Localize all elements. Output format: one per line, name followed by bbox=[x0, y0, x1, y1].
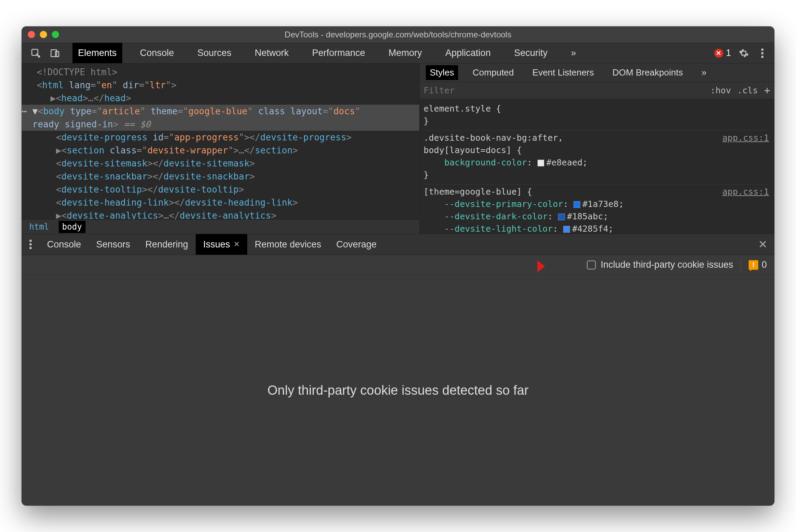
hov-toggle[interactable]: :hov bbox=[710, 85, 731, 95]
issues-empty-message: Only third-party cookie issues detected … bbox=[268, 383, 528, 398]
device-toggle-icon[interactable] bbox=[49, 47, 61, 59]
issues-toolbar: Include third-party cookie issues ! 0 bbox=[22, 255, 774, 275]
main-split: <!DOCTYPE html> <html lang="en" dir="ltr… bbox=[22, 63, 774, 234]
dom-child-section[interactable]: ▶<section class="devsite-wrapper">…</sec… bbox=[29, 144, 419, 157]
issues-body: Only third-party cookie issues detected … bbox=[22, 275, 774, 506]
stab-event-listeners[interactable]: Event Listeners bbox=[528, 65, 598, 80]
cls-toggle[interactable]: .cls bbox=[737, 85, 758, 95]
svg-point-3 bbox=[761, 48, 764, 51]
error-count: 1 bbox=[726, 48, 731, 58]
color-swatch-icon bbox=[537, 160, 544, 166]
dom-child-tooltip[interactable]: <devsite-tooltip></devsite-tooltip> bbox=[29, 183, 419, 196]
color-swatch-icon bbox=[573, 201, 580, 208]
svg-point-4 bbox=[761, 52, 764, 54]
drawer-menu-icon[interactable] bbox=[22, 240, 39, 249]
close-tab-icon[interactable]: ✕ bbox=[234, 240, 240, 249]
elements-panel: <!DOCTYPE html> <html lang="en" dir="ltr… bbox=[22, 63, 419, 234]
stab-styles[interactable]: Styles bbox=[426, 65, 458, 80]
macos-titlebar: DevTools - developers.google.com/web/too… bbox=[22, 26, 774, 43]
close-drawer-icon[interactable]: ✕ bbox=[751, 238, 774, 251]
drawer-tab-console[interactable]: Console bbox=[39, 234, 89, 255]
tab-memory[interactable]: Memory bbox=[383, 43, 428, 63]
tab-application[interactable]: Application bbox=[440, 43, 496, 63]
styles-panel: Styles Computed Event Listeners DOM Brea… bbox=[419, 63, 774, 234]
separator bbox=[741, 259, 741, 270]
warning-speech-icon: ! bbox=[749, 260, 758, 270]
dom-child-analytics[interactable]: ▶<devsite-analytics>…</devsite-analytics… bbox=[29, 209, 419, 219]
stab-computed[interactable]: Computed bbox=[468, 65, 518, 80]
new-rule-plus-icon[interactable]: + bbox=[764, 84, 770, 96]
tab-sources[interactable]: Sources bbox=[192, 43, 237, 63]
window-title: DevTools - developers.google.com/web/too… bbox=[22, 30, 774, 39]
devtools-window: DevTools - developers.google.com/web/too… bbox=[22, 26, 774, 506]
rule-body-layout[interactable]: app.css:1 .devsite-book-nav-bg:after,bod… bbox=[424, 130, 770, 184]
error-badge[interactable]: ✕ 1 bbox=[714, 48, 731, 58]
topbar-right: ✕ 1 bbox=[708, 47, 774, 59]
drawer-tab-issues-label: Issues bbox=[203, 239, 230, 250]
devtools-topbar: Elements Console Sources Network Perform… bbox=[22, 43, 774, 63]
styles-filter-bar: :hov .cls + bbox=[420, 82, 774, 99]
drawer-tab-remote-devices[interactable]: Remote devices bbox=[247, 234, 329, 255]
rule-source-link[interactable]: app.css:1 bbox=[723, 132, 769, 144]
settings-gear-icon[interactable] bbox=[738, 47, 750, 59]
issues-count: 0 bbox=[762, 259, 767, 270]
color-swatch-icon bbox=[563, 226, 570, 233]
tab-overflow[interactable]: » bbox=[565, 43, 581, 63]
drawer-tab-coverage[interactable]: Coverage bbox=[329, 234, 384, 255]
breadcrumb-body[interactable]: body bbox=[59, 221, 86, 233]
drawer-tab-issues[interactable]: Issues ✕ bbox=[196, 234, 247, 255]
rule-element-style[interactable]: element.style { } bbox=[424, 101, 770, 130]
dom-child-heading[interactable]: <devsite-heading-link></devsite-heading-… bbox=[29, 196, 419, 209]
dom-tree[interactable]: <!DOCTYPE html> <html lang="en" dir="ltr… bbox=[22, 63, 419, 219]
dom-child-sitemask[interactable]: <devsite-sitemask></devsite-sitemask> bbox=[29, 157, 419, 170]
include-third-party-label: Include third-party cookie issues bbox=[601, 259, 733, 270]
dom-html-open[interactable]: <html lang="en" dir="ltr"> bbox=[29, 79, 419, 92]
styles-filter-actions: :hov .cls + bbox=[710, 84, 771, 96]
stab-overflow[interactable]: » bbox=[697, 65, 710, 80]
svg-point-5 bbox=[761, 56, 764, 58]
breadcrumb-html[interactable]: html bbox=[26, 221, 53, 233]
drawer-tab-rendering[interactable]: Rendering bbox=[138, 234, 196, 255]
error-icon: ✕ bbox=[714, 49, 723, 58]
tab-performance[interactable]: Performance bbox=[307, 43, 371, 63]
annotation-arrow-icon bbox=[519, 258, 545, 275]
drawer-tabs: Console Sensors Rendering Issues ✕ Remot… bbox=[22, 234, 774, 255]
dom-child-snackbar[interactable]: <devsite-snackbar></devsite-snackbar> bbox=[29, 170, 419, 183]
tab-network[interactable]: Network bbox=[249, 43, 294, 63]
drawer-tab-sensors[interactable]: Sensors bbox=[89, 234, 138, 255]
stab-dom-breakpoints[interactable]: DOM Breakpoints bbox=[609, 65, 687, 80]
issues-count-badge[interactable]: ! 0 bbox=[749, 259, 767, 270]
dom-child-progress[interactable]: <devsite-progress id="app-progress"></de… bbox=[29, 131, 419, 144]
drawer: Console Sensors Rendering Issues ✕ Remot… bbox=[22, 234, 774, 506]
styles-tabs: Styles Computed Event Listeners DOM Brea… bbox=[420, 63, 774, 82]
kebab-menu-icon[interactable] bbox=[757, 47, 768, 59]
include-third-party-checkbox[interactable]: Include third-party cookie issues bbox=[587, 259, 733, 270]
styles-rules[interactable]: element.style { } app.css:1 .devsite-boo… bbox=[420, 99, 774, 234]
tab-security[interactable]: Security bbox=[509, 43, 553, 63]
inspect-icon[interactable] bbox=[30, 47, 42, 59]
svg-point-8 bbox=[30, 247, 32, 249]
dom-doctype[interactable]: <!DOCTYPE html> bbox=[29, 66, 419, 79]
styles-filter-input[interactable] bbox=[424, 85, 710, 95]
rule-theme-google-blue[interactable]: app.css:1 [theme=google-blue] { --devsit… bbox=[424, 184, 770, 234]
svg-point-7 bbox=[30, 243, 32, 246]
dom-body-selected[interactable]: ⋯ ▼<body type="article" theme="google-bl… bbox=[22, 105, 419, 131]
main-tabs: Elements Console Sources Network Perform… bbox=[69, 43, 708, 63]
toolzone bbox=[22, 47, 69, 59]
checkbox-icon bbox=[587, 261, 596, 269]
svg-rect-1 bbox=[51, 50, 57, 57]
color-swatch-icon bbox=[558, 213, 565, 220]
rule-source-link[interactable]: app.css:1 bbox=[723, 186, 769, 198]
breadcrumb: html body bbox=[22, 219, 419, 234]
svg-point-6 bbox=[30, 240, 32, 242]
tab-elements[interactable]: Elements bbox=[72, 43, 122, 63]
tab-console[interactable]: Console bbox=[135, 43, 180, 63]
dom-head[interactable]: ▶<head>…</head> bbox=[29, 92, 419, 105]
